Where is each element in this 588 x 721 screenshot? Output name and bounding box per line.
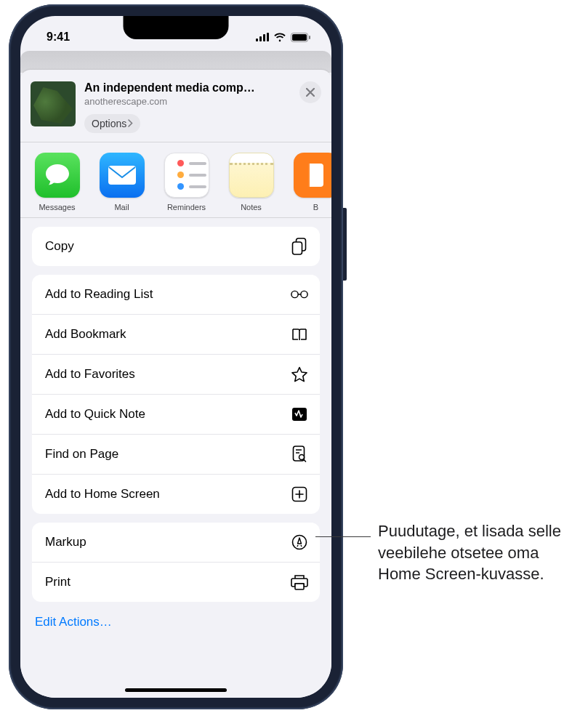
svg-rect-1: [292, 34, 307, 41]
mail-icon: [100, 153, 145, 198]
action-add-favorites[interactable]: Add to Favorites: [32, 354, 320, 394]
add-home-icon: [291, 486, 308, 503]
bookmark-icon: [291, 326, 308, 343]
page-title: An independent media comp…: [84, 81, 291, 94]
page-thumbnail: [31, 81, 76, 126]
options-button[interactable]: Options: [84, 114, 140, 133]
quick-note-icon: [291, 406, 308, 423]
screen: 9:41 An independent media comp… anothere…: [20, 16, 331, 698]
signal-icon: [256, 33, 269, 41]
app-label: Mail: [114, 203, 129, 212]
status-time: 9:41: [47, 31, 70, 44]
action-group-tools: Markup Print: [32, 523, 320, 602]
svg-point-7: [301, 291, 307, 297]
app-notes[interactable]: Notes: [227, 153, 275, 212]
action-add-bookmark[interactable]: Add Bookmark: [32, 314, 320, 354]
action-quick-note[interactable]: Add to Quick Note: [32, 394, 320, 434]
svg-rect-5: [293, 242, 302, 254]
action-markup[interactable]: Markup: [32, 523, 320, 562]
page-domain: anotherescape.com: [84, 96, 291, 107]
action-label: Print: [45, 575, 71, 589]
action-label: Add to Favorites: [45, 367, 135, 382]
app-mail[interactable]: Mail: [98, 153, 145, 212]
action-reading-list[interactable]: Add to Reading List: [32, 275, 320, 314]
app-label: B: [313, 203, 318, 212]
side-button: [343, 208, 347, 281]
action-label: Copy: [45, 239, 74, 254]
chevron-right-icon: [128, 118, 133, 129]
home-indicator[interactable]: [125, 688, 227, 692]
battery-icon: [291, 33, 311, 42]
app-messages[interactable]: Messages: [33, 153, 81, 212]
phone-frame: 9:41 An independent media comp… anothere…: [9, 4, 343, 709]
app-label: Reminders: [167, 203, 206, 212]
star-icon: [291, 366, 308, 383]
action-print[interactable]: Print: [32, 562, 320, 602]
status-icons: [256, 33, 311, 42]
books-icon: [294, 153, 332, 198]
reading-list-icon: [291, 286, 308, 303]
svg-rect-3: [108, 166, 136, 185]
options-label: Options: [92, 118, 126, 129]
app-label: Notes: [241, 203, 262, 212]
share-sheet: An independent media comp… anotherescape…: [20, 70, 331, 698]
copy-icon: [291, 238, 308, 255]
app-books-partial[interactable]: B: [292, 153, 331, 212]
messages-icon: [35, 153, 80, 198]
svg-rect-13: [295, 584, 304, 589]
sheet-header: An independent media comp… anotherescape…: [20, 70, 331, 142]
callout-text: Puudutage, et lisada selle veebilehe ots…: [378, 520, 574, 585]
app-label: Messages: [39, 203, 75, 212]
close-button[interactable]: [299, 81, 321, 103]
svg-rect-2: [309, 36, 310, 39]
header-text: An independent media comp… anotherescape…: [84, 81, 291, 133]
action-label: Add to Home Screen: [45, 487, 160, 502]
print-icon: [291, 573, 308, 591]
action-label: Markup: [45, 535, 86, 549]
app-reminders[interactable]: Reminders: [163, 153, 210, 212]
wifi-icon: [273, 33, 286, 42]
action-label: Add to Reading List: [45, 287, 153, 302]
close-icon: [306, 88, 315, 97]
action-group-copy: Copy: [32, 227, 320, 266]
share-apps-row[interactable]: Messages Mail Re: [20, 142, 331, 218]
markup-icon: [291, 533, 308, 551]
action-find-on-page[interactable]: Find on Page: [32, 434, 320, 474]
actions-list[interactable]: Copy Add to Reading List Add Bo: [20, 218, 331, 698]
action-label: Add to Quick Note: [45, 407, 145, 422]
edit-actions-link[interactable]: Edit Actions…: [32, 611, 320, 638]
reminders-icon: [164, 153, 209, 198]
notch: [124, 16, 229, 39]
action-copy[interactable]: Copy: [32, 227, 320, 266]
svg-point-6: [291, 291, 298, 297]
action-label: Find on Page: [45, 447, 118, 462]
callout-leader-line: [315, 536, 371, 537]
action-group-add: Add to Reading List Add Bookmark Add to …: [32, 275, 320, 514]
notes-icon: [229, 153, 274, 198]
action-add-home-screen[interactable]: Add to Home Screen: [32, 474, 320, 514]
find-icon: [291, 446, 308, 463]
action-label: Add Bookmark: [45, 327, 126, 342]
